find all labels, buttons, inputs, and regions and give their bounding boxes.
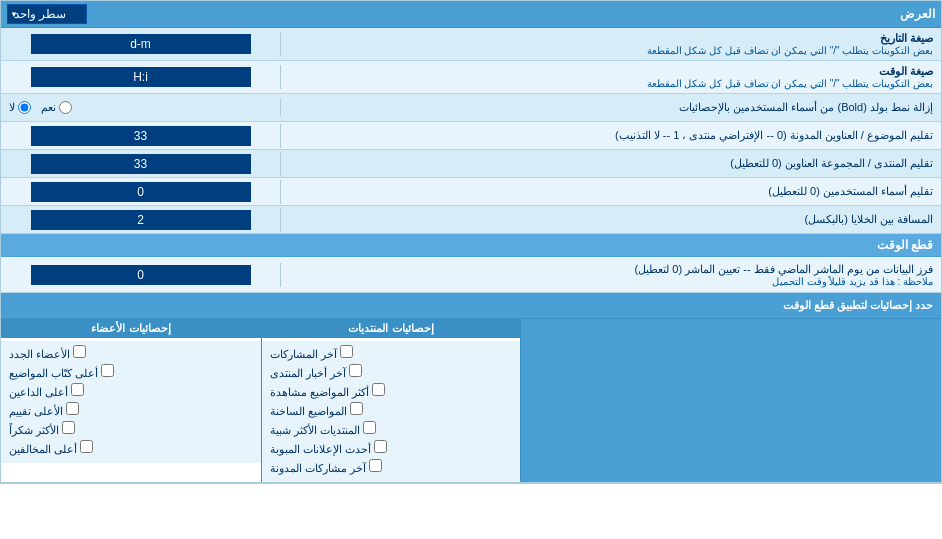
col2-body: آخر المشاركات آخر أخبار المنتدى أكثر الم… <box>262 341 520 482</box>
header-row: العرض سطر واحد سطرين ثلاثة أسطر <box>1 1 941 28</box>
time-cutoff-input-wrapper: 0 <box>1 263 281 287</box>
time-section-header: قطع الوقت <box>1 234 941 257</box>
cb-latest-topics-label[interactable]: المواضيع الساخنة <box>270 402 363 418</box>
list-item: أعلى كتّاب المواضيع <box>9 364 253 380</box>
date-format-input[interactable]: d-m <box>31 34 251 54</box>
cb-new-ads[interactable] <box>374 440 387 453</box>
cb-top-visitors[interactable] <box>80 440 93 453</box>
list-item: أعلى المخالفين <box>9 440 253 456</box>
cb-most-thanks-label[interactable]: الأكثر شكراً <box>9 421 75 437</box>
time-cutoff-label: فرز البيانات من يوم الماشر الماضي فقط --… <box>281 259 941 291</box>
cb-most-viewed-label[interactable]: أكثر المواضيع مشاهدة <box>270 383 385 399</box>
radio-yes[interactable] <box>59 101 72 114</box>
list-item: الأعلى تقييم <box>9 402 253 418</box>
list-item: أعلى الداعين <box>9 383 253 399</box>
forum-order-row: تقليم المنتدى / المجموعة العناوين (0 للت… <box>1 150 941 178</box>
topic-order-label: تقليم الموضوع / العناوين المدونة (0 -- ا… <box>281 125 941 146</box>
col2-wrapper: إحصائيات المنتديات آخر المشاركات آخر أخب… <box>261 319 521 482</box>
col1-wrapper: إحصائيات الأعضاء الأعضاء الجدد أعلى كتّا… <box>1 319 261 482</box>
date-format-label: صيغة التاريخ بعض التكوينات يتطلب "/" الت… <box>281 28 941 60</box>
topic-order-input-wrapper: 33 <box>1 124 281 148</box>
list-item: المواضيع الساخنة <box>270 402 512 418</box>
topic-order-input[interactable]: 33 <box>31 126 251 146</box>
cell-spacing-label: المسافة بين الخلايا (بالبكسل) <box>281 209 941 230</box>
checkboxes-area: إحصائيات المنتديات آخر المشاركات آخر أخب… <box>1 319 941 483</box>
time-format-label: صيغة الوقت بعض التكوينات يتطلب "/" التي … <box>281 61 941 93</box>
main-container: العرض سطر واحد سطرين ثلاثة أسطر صيغة الت… <box>0 0 942 484</box>
forum-order-input-wrapper: 33 <box>1 152 281 176</box>
cb-top-posters-label[interactable]: أعلى كتّاب المواضيع <box>9 364 114 380</box>
list-item: أحدث الإعلانات المبوبة <box>270 440 512 456</box>
user-names-row: تقليم أسماء المستخدمين (0 للتعطيل) 0 <box>1 178 941 206</box>
cb-new-members[interactable] <box>73 345 86 358</box>
cb-new-posts-label[interactable]: آخر المشاركات <box>270 345 353 361</box>
cb-top-rated-label[interactable]: الأعلى تقييم <box>9 402 79 418</box>
cell-spacing-row: المسافة بين الخلايا (بالبكسل) 2 <box>1 206 941 234</box>
radio-no-label[interactable]: لا <box>9 101 31 114</box>
list-item: الأكثر شكراً <box>9 421 253 437</box>
cb-latest-topics[interactable] <box>350 402 363 415</box>
cb-similar-forums[interactable] <box>363 421 376 434</box>
list-item: الأعضاء الجدد <box>9 345 253 361</box>
cb-top-submitters-label[interactable]: أعلى الداعين <box>9 383 84 399</box>
cb-top-visitors-label[interactable]: أعلى المخالفين <box>9 440 93 456</box>
time-cutoff-input[interactable]: 0 <box>31 265 251 285</box>
list-item: آخر أخبار المنتدى <box>270 364 512 380</box>
cell-spacing-input-wrapper: 2 <box>1 208 281 232</box>
forum-order-input[interactable]: 33 <box>31 154 251 174</box>
cb-new-posts[interactable] <box>340 345 353 358</box>
date-format-input-wrapper: d-m <box>1 32 281 56</box>
time-format-row: صيغة الوقت بعض التكوينات يتطلب "/" التي … <box>1 61 941 94</box>
cb-most-thanks[interactable] <box>62 421 75 434</box>
user-names-input-wrapper: 0 <box>1 180 281 204</box>
time-format-input-wrapper: H:i <box>1 65 281 89</box>
cb-similar-forums-label[interactable]: المنتديات الأكثر شبية <box>270 421 376 437</box>
topic-order-row: تقليم الموضوع / العناوين المدونة (0 -- ا… <box>1 122 941 150</box>
bold-radio-options: نعم لا <box>1 99 281 116</box>
list-item: آخر المشاركات <box>270 345 512 361</box>
date-format-row: صيغة التاريخ بعض التكوينات يتطلب "/" الت… <box>1 28 941 61</box>
time-cutoff-row: فرز البيانات من يوم الماشر الماضي فقط --… <box>1 257 941 293</box>
cb-new-ads-label[interactable]: أحدث الإعلانات المبوبة <box>270 440 387 456</box>
radio-yes-label[interactable]: نعم <box>41 101 72 114</box>
apply-label: حدد إحصائيات لتطبيق قطع الوقت <box>783 299 933 312</box>
user-names-input[interactable]: 0 <box>31 182 251 202</box>
list-item: آخر مشاركات المدونة <box>270 459 512 475</box>
cb-forum-news-label[interactable]: آخر أخبار المنتدى <box>270 364 362 380</box>
user-names-label: تقليم أسماء المستخدمين (0 للتعطيل) <box>281 181 941 202</box>
radio-no[interactable] <box>18 101 31 114</box>
cell-spacing-input[interactable]: 2 <box>31 210 251 230</box>
forum-order-label: تقليم المنتدى / المجموعة العناوين (0 للت… <box>281 153 941 174</box>
cb-top-rated[interactable] <box>66 402 79 415</box>
cb-noted-posts[interactable] <box>369 459 382 472</box>
cb-top-submitters[interactable] <box>71 383 84 396</box>
list-item: المنتديات الأكثر شبية <box>270 421 512 437</box>
apply-row: حدد إحصائيات لتطبيق قطع الوقت <box>1 293 941 319</box>
cb-new-members-label[interactable]: الأعضاء الجدد <box>9 345 86 361</box>
bold-remove-row: إزالة نمط بولد (Bold) من أسماء المستخدمي… <box>1 94 941 122</box>
col2-header: إحصائيات المنتديات <box>262 319 520 338</box>
header-label: العرض <box>87 7 935 21</box>
display-select[interactable]: سطر واحد سطرين ثلاثة أسطر <box>7 4 87 24</box>
select-wrapper: سطر واحد سطرين ثلاثة أسطر <box>7 4 87 24</box>
cb-top-posters[interactable] <box>101 364 114 377</box>
blank-right <box>521 319 941 482</box>
cb-noted-posts-label[interactable]: آخر مشاركات المدونة <box>270 459 382 475</box>
list-item: أكثر المواضيع مشاهدة <box>270 383 512 399</box>
cb-most-viewed[interactable] <box>372 383 385 396</box>
col1-header: إحصائيات الأعضاء <box>1 319 261 338</box>
time-format-input[interactable]: H:i <box>31 67 251 87</box>
cb-forum-news[interactable] <box>349 364 362 377</box>
col1-body: الأعضاء الجدد أعلى كتّاب المواضيع أعلى ا… <box>1 341 261 463</box>
bold-remove-label: إزالة نمط بولد (Bold) من أسماء المستخدمي… <box>281 97 941 118</box>
